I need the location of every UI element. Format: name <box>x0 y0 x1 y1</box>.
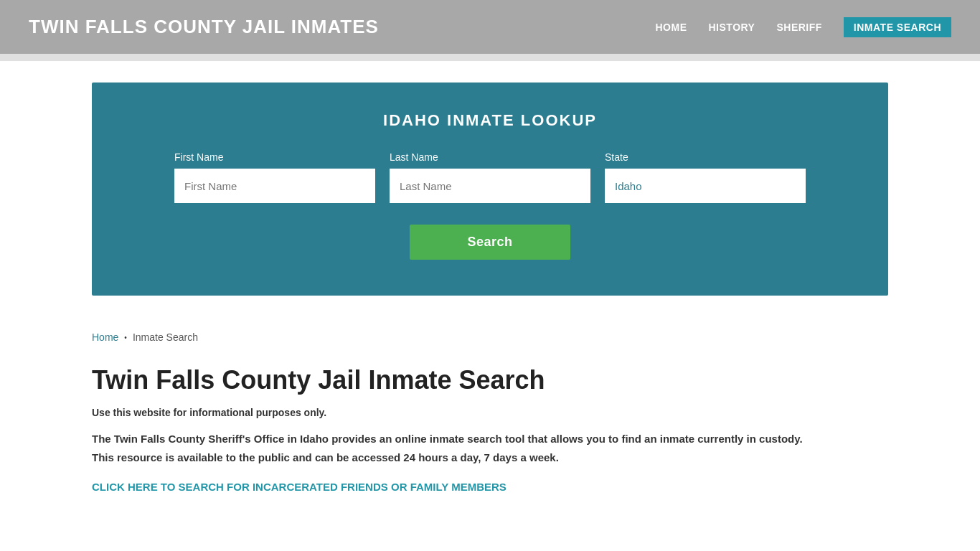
search-fields: First Name Last Name State <box>135 151 845 203</box>
state-input[interactable] <box>605 169 806 203</box>
state-label: State <box>605 151 806 163</box>
site-title: TWIN FALLS COUNTY JAIL INMATES <box>29 16 379 38</box>
last-name-input[interactable] <box>390 169 590 203</box>
search-widget: IDAHO INMATE LOOKUP First Name Last Name… <box>92 83 888 296</box>
nav-home[interactable]: HOME <box>656 22 687 33</box>
first-name-group: First Name <box>174 151 375 203</box>
breadcrumb: Home • Inmate Search <box>92 331 888 343</box>
last-name-label: Last Name <box>390 151 590 163</box>
nav-inmate-search[interactable]: INMATE SEARCH <box>844 17 951 37</box>
description-text: The Twin Falls County Sheriff's Office i… <box>92 430 809 466</box>
breadcrumb-current: Inmate Search <box>133 331 198 343</box>
main-nav: HOME HISTORY SHERIFF INMATE SEARCH <box>656 17 952 37</box>
search-widget-title: IDAHO INMATE LOOKUP <box>135 111 845 130</box>
main-content: Home • Inmate Search Twin Falls County J… <box>92 317 888 522</box>
disclaimer-text: Use this website for informational purpo… <box>92 407 888 418</box>
last-name-group: Last Name <box>390 151 590 203</box>
search-button-row: Search <box>135 225 845 260</box>
nav-history[interactable]: HISTORY <box>709 22 755 33</box>
nav-sheriff[interactable]: SHERIFF <box>776 22 821 33</box>
state-group: State <box>605 151 806 203</box>
cta-link[interactable]: CLICK HERE to Search for Incarcerated Fr… <box>92 481 507 493</box>
site-header: TWIN FALLS COUNTY JAIL INMATES HOME HIST… <box>0 0 980 54</box>
search-button[interactable]: Search <box>410 225 570 260</box>
page-title: Twin Falls County Jail Inmate Search <box>92 364 888 395</box>
first-name-input[interactable] <box>174 169 375 203</box>
breadcrumb-home-link[interactable]: Home <box>92 331 118 343</box>
first-name-label: First Name <box>174 151 375 163</box>
header-bottom-bar <box>0 54 980 61</box>
breadcrumb-separator: • <box>124 334 127 342</box>
